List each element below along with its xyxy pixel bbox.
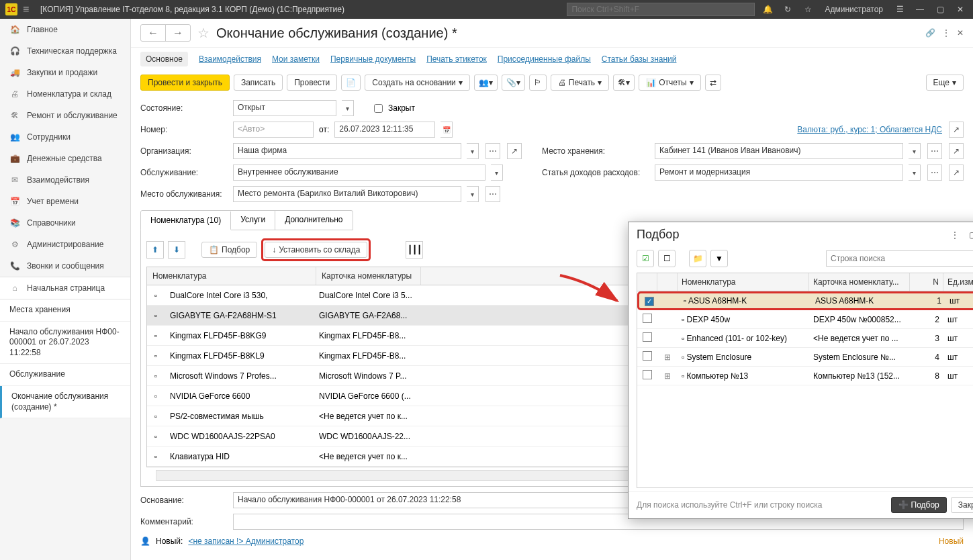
expand-icon[interactable]: ⊞	[657, 369, 678, 383]
back-icon[interactable]: ←	[141, 25, 166, 41]
currency-link[interactable]: Валюта: руб., курс: 1; Облагается НДС	[797, 125, 942, 134]
org-field[interactable]: Наша фирма	[233, 143, 461, 159]
popup-row[interactable]: ▫ Enhanced (101- or 102-key)<Не ведется …	[637, 329, 973, 348]
nav-stock[interactable]: 🖨Номенклатура и склад	[0, 83, 130, 105]
popup-pick-button[interactable]: ➕ Подбор	[891, 497, 947, 513]
doc-icon-button[interactable]: 📄	[341, 75, 361, 91]
deselect-all-button[interactable]: ☐	[658, 250, 676, 267]
transfer-button[interactable]: ⇄	[705, 75, 721, 91]
store-field[interactable]: Кабинет 141 (Иванов Иван Иванович)	[655, 143, 903, 159]
store-open[interactable]: ↗	[949, 143, 964, 159]
art-dd[interactable]: ▾	[909, 165, 921, 181]
row-checkbox[interactable]	[643, 314, 652, 323]
tab-files[interactable]: Присоединенные файлы	[498, 54, 591, 64]
tab-interact[interactable]: Взаимодействия	[199, 54, 261, 64]
nav-support[interactable]: 🎧Техническая поддержка	[0, 40, 130, 62]
row-checkbox[interactable]	[643, 332, 652, 342]
attach-button[interactable]: 📎▾	[502, 75, 525, 91]
print-button[interactable]: 🖨 Печать ▾	[551, 75, 609, 91]
nav-repair[interactable]: 🛠Ремонт и обслуживание	[0, 105, 130, 126]
author-link[interactable]: <не записан !> Администратор	[188, 536, 304, 546]
col-card[interactable]: Карточка номенклатуры	[316, 267, 421, 285]
write-button[interactable]: Записать	[234, 75, 283, 91]
nav-main[interactable]: 🏠Главное	[0, 19, 130, 40]
sub-service-start[interactable]: Начало обслуживания НФ00-000001 от 26.07…	[0, 322, 130, 365]
options-icon[interactable]: ☰	[892, 2, 907, 17]
subtab-services[interactable]: Услуги	[231, 211, 275, 230]
select-all-button[interactable]: ☑	[637, 250, 654, 267]
num-field[interactable]: <Авто>	[233, 122, 314, 138]
maximize-icon[interactable]: ▢	[933, 2, 947, 17]
tab-labels[interactable]: Печать этикеток	[426, 54, 487, 64]
star-icon[interactable]: ☆	[800, 2, 815, 17]
more-icon[interactable]: ⋮	[942, 28, 950, 38]
popup-search[interactable]	[827, 251, 973, 266]
close-icon[interactable]: ✕	[953, 2, 968, 17]
sub-service[interactable]: Обслуживание	[0, 364, 130, 386]
tool-button[interactable]: 🛠▾	[613, 75, 635, 91]
nav-start[interactable]: ⌂Начальная страница	[0, 277, 130, 299]
org-dots[interactable]: ⋯	[485, 143, 500, 159]
org-dd[interactable]: ▾	[467, 143, 479, 159]
pcol-n[interactable]: N	[910, 273, 943, 291]
sub-service-end[interactable]: Окончание обслуживания (создание) *	[0, 386, 130, 418]
state-field[interactable]: Открыт	[233, 100, 336, 116]
post-button[interactable]: Провести	[287, 75, 337, 91]
popup-row[interactable]: ▫ ASUS A68HM-KASUS A68HM-K1шт	[637, 291, 973, 310]
global-search[interactable]	[567, 3, 755, 16]
art-dots[interactable]: ⋯	[927, 165, 942, 181]
user-label[interactable]: Администратор	[821, 5, 887, 14]
nav-time[interactable]: 📅Учет времени	[0, 191, 130, 212]
sub-storage[interactable]: Места хранения	[0, 299, 130, 322]
filter-button[interactable]: ▼	[710, 250, 728, 267]
menu-icon[interactable]: ≡	[23, 3, 35, 15]
store-dd[interactable]: ▾	[909, 143, 921, 159]
nav-calls[interactable]: 📞Звонки и сообщения	[0, 255, 130, 277]
calendar-icon[interactable]: 📅	[441, 122, 453, 138]
loc-field[interactable]: Место ремонта (Барилко Виталий Викоторов…	[233, 186, 461, 202]
art-open[interactable]: ↗	[949, 165, 964, 181]
flag-button[interactable]: 🏳	[529, 75, 547, 91]
loc-dots[interactable]: ⋯	[485, 186, 500, 202]
favorite-icon[interactable]: ☆	[197, 25, 210, 41]
bell-icon[interactable]: 🔔	[760, 2, 775, 17]
pcol-card[interactable]: Карточка номенклату...	[809, 273, 910, 291]
store-dots[interactable]: ⋯	[927, 143, 942, 159]
users-button[interactable]: 👥▾	[474, 75, 498, 91]
nav-ref[interactable]: 📚Справочники	[0, 212, 130, 234]
pcol-nom[interactable]: Номенклатура	[678, 273, 809, 291]
state-dd[interactable]: ▾	[342, 100, 354, 116]
closed-checkbox[interactable]	[374, 104, 383, 113]
nav-interact[interactable]: ✉Взаимодействия	[0, 169, 130, 191]
forward-icon[interactable]: →	[166, 25, 190, 41]
tab-notes[interactable]: Мои заметки	[272, 54, 320, 64]
tab-kb[interactable]: Статьи базы знаний	[602, 54, 677, 64]
move-up-button[interactable]: ⬆	[146, 241, 164, 259]
row-checkbox[interactable]	[643, 370, 652, 379]
barcode-button[interactable]: ┃┃┃	[406, 241, 423, 259]
move-down-button[interactable]: ⬇	[168, 241, 185, 259]
install-stock-button[interactable]: ↓ Установить со склада	[265, 242, 367, 258]
tab-primary[interactable]: Первичные документы	[330, 54, 416, 64]
pcol-unit[interactable]: Ед.изм.	[943, 273, 973, 291]
more-button[interactable]: Еще ▾	[926, 75, 964, 91]
popup-close-button[interactable]: Закрыть	[951, 497, 973, 513]
link-icon[interactable]: 🔗	[925, 28, 935, 38]
nav-staff[interactable]: 👥Сотрудники	[0, 126, 130, 148]
row-checkbox[interactable]	[645, 297, 654, 306]
popup-row[interactable]: ⊞▫ Компьютер №13Компьютер №13 (152...8шт	[637, 367, 973, 385]
loc-dd[interactable]: ▾	[467, 186, 479, 202]
date-field[interactable]: 26.07.2023 12:11:35	[334, 122, 435, 138]
popup-menu-icon[interactable]: ⋮	[948, 230, 962, 240]
row-checkbox[interactable]	[643, 351, 652, 361]
nav-admin[interactable]: ⚙Администрирование	[0, 234, 130, 255]
serv-field[interactable]: Внутреннее обслуживание	[233, 165, 485, 181]
subtab-nomenclature[interactable]: Номенклатура (10)	[141, 212, 231, 230]
history-icon[interactable]: ↻	[780, 2, 795, 17]
popup-row[interactable]: ⊞▫ System EnclosureSystem Enclosure №...…	[637, 348, 973, 367]
serv-dd[interactable]: ▾	[491, 165, 503, 181]
pick-button[interactable]: 📋 Подбор	[201, 242, 257, 258]
curr-open[interactable]: ↗	[949, 122, 964, 138]
reports-button[interactable]: 📊 Отчеты ▾	[639, 75, 700, 91]
create-based-button[interactable]: Создать на основании ▾	[365, 75, 470, 91]
